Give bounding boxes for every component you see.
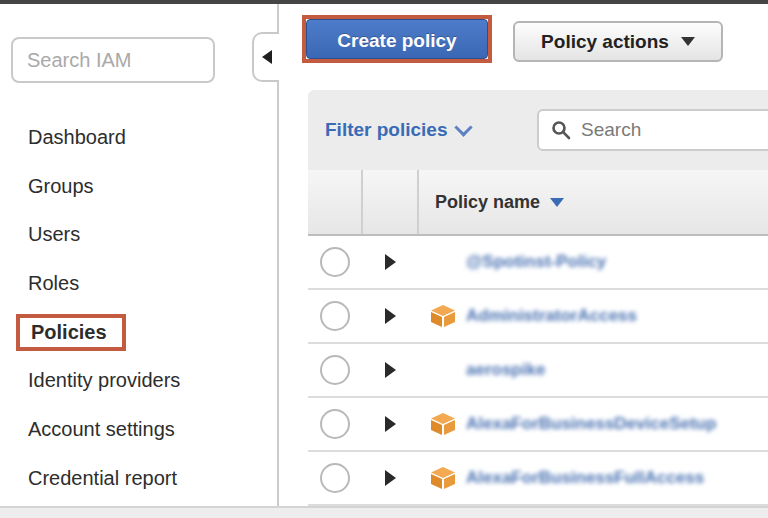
create-policy-button[interactable]: Create policy bbox=[306, 19, 488, 59]
policy-name-link[interactable]: @Spotinst-Policy bbox=[466, 252, 606, 272]
filter-policies-label: Filter policies bbox=[325, 119, 447, 141]
filter-policies-dropdown[interactable]: Filter policies bbox=[325, 119, 470, 141]
sidebar-item-account-settings[interactable]: Account settings bbox=[28, 405, 268, 454]
policy-name-sort-header[interactable]: Policy name bbox=[435, 170, 564, 234]
sort-descending-icon bbox=[550, 198, 564, 207]
aws-managed-policy-cube-icon bbox=[430, 412, 456, 436]
caret-down-icon bbox=[681, 37, 695, 46]
expand-caret-icon[interactable] bbox=[385, 308, 396, 324]
table-row: AlexaForBusinessFullAccess bbox=[308, 452, 768, 506]
sidebar-collapse-button[interactable] bbox=[252, 32, 279, 82]
table-row: @Spotinst-Policy bbox=[308, 236, 768, 290]
iam-console-frame: Dashboard Groups Users Roles Policies Id… bbox=[0, 0, 768, 518]
table-row: aerospike bbox=[308, 344, 768, 398]
search-icon bbox=[551, 120, 571, 140]
aws-managed-policy-cube-icon bbox=[430, 304, 456, 328]
table-header: Policy name bbox=[308, 170, 768, 236]
row-radio-button[interactable] bbox=[320, 355, 350, 385]
table-body: @Spotinst-Policy AdministratorAccess aer… bbox=[308, 236, 768, 506]
row-radio-button[interactable] bbox=[320, 301, 350, 331]
search-iam-input[interactable] bbox=[11, 37, 215, 83]
policy-icon-slot bbox=[430, 466, 456, 490]
column-divider bbox=[361, 170, 363, 234]
expand-caret-icon[interactable] bbox=[385, 416, 396, 432]
row-radio-button[interactable] bbox=[320, 409, 350, 439]
policy-icon-slot bbox=[430, 358, 456, 382]
sidebar-item-dashboard[interactable]: Dashboard bbox=[28, 113, 268, 162]
policy-name-link[interactable]: AlexaForBusinessFullAccess bbox=[466, 468, 704, 488]
policy-name-link[interactable]: AdministratorAccess bbox=[466, 306, 637, 326]
table-row: AdministratorAccess bbox=[308, 290, 768, 344]
sidebar-nav: Dashboard Groups Users Roles Policies Id… bbox=[28, 113, 268, 503]
policy-icon-slot bbox=[430, 304, 456, 328]
policy-icon-slot bbox=[430, 412, 456, 436]
expand-caret-icon[interactable] bbox=[385, 362, 396, 378]
expand-caret-icon[interactable] bbox=[385, 254, 396, 270]
sidebar-item-policies[interactable]: Policies bbox=[28, 308, 268, 357]
policy-name-link[interactable]: aerospike bbox=[466, 360, 545, 380]
filter-bar: Filter policies bbox=[308, 90, 768, 170]
policy-actions-label: Policy actions bbox=[541, 31, 669, 53]
row-radio-button[interactable] bbox=[320, 247, 350, 277]
sidebar-item-credential-report[interactable]: Credential report bbox=[28, 454, 268, 503]
policy-name-header-label: Policy name bbox=[435, 192, 540, 213]
sidebar-item-users[interactable]: Users bbox=[28, 210, 268, 259]
create-policy-annotation-box: Create policy bbox=[302, 15, 492, 63]
sidebar: Dashboard Groups Users Roles Policies Id… bbox=[0, 4, 278, 506]
policy-icon-slot bbox=[430, 250, 456, 274]
policy-search-box bbox=[537, 109, 768, 151]
footer-strip bbox=[0, 506, 768, 518]
policy-name-link[interactable]: AlexaForBusinessDeviceSetup bbox=[466, 414, 716, 434]
row-radio-button[interactable] bbox=[320, 463, 350, 493]
policy-actions-button[interactable]: Policy actions bbox=[513, 21, 723, 62]
column-divider bbox=[417, 170, 419, 234]
chevron-down-icon bbox=[455, 118, 473, 136]
sidebar-item-groups[interactable]: Groups bbox=[28, 162, 268, 211]
aws-managed-policy-cube-icon bbox=[430, 466, 456, 490]
policy-search-input[interactable] bbox=[579, 118, 753, 142]
expand-caret-icon[interactable] bbox=[385, 470, 396, 486]
sidebar-item-identity-providers[interactable]: Identity providers bbox=[28, 356, 268, 405]
collapse-left-icon bbox=[262, 50, 272, 64]
sidebar-item-roles[interactable]: Roles bbox=[28, 259, 268, 308]
table-row: AlexaForBusinessDeviceSetup bbox=[308, 398, 768, 452]
